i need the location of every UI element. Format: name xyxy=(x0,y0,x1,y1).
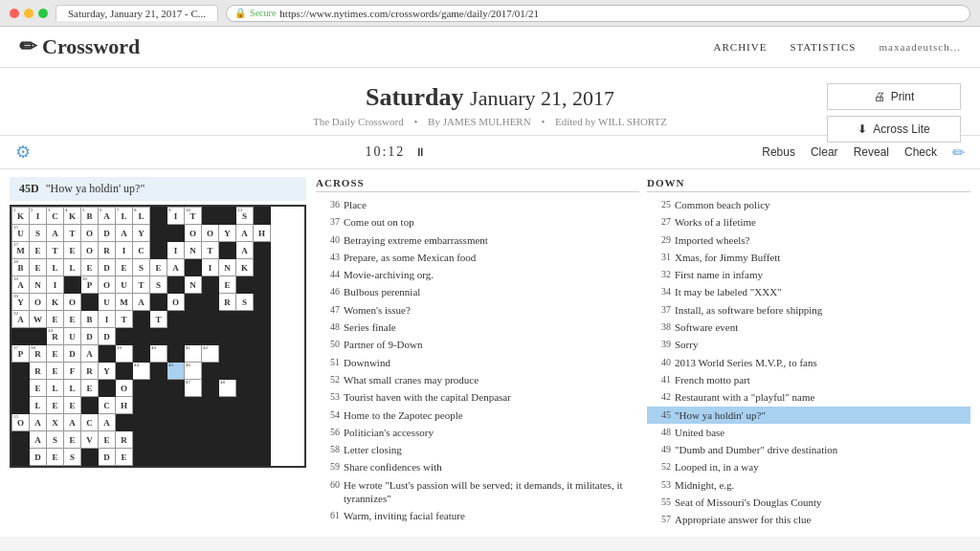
grid-cell[interactable]: E xyxy=(64,431,81,449)
grid-cell[interactable]: E xyxy=(219,276,236,294)
grid-cell[interactable] xyxy=(133,431,150,449)
grid-cell[interactable]: 7L xyxy=(116,208,133,225)
grid-cell[interactable] xyxy=(236,276,254,294)
grid-cell[interactable]: A xyxy=(81,345,99,363)
grid-cell[interactable] xyxy=(167,225,185,242)
grid-cell[interactable]: 38R xyxy=(30,345,47,363)
grid-cell[interactable]: D xyxy=(30,449,47,466)
grid-cell[interactable]: O xyxy=(116,380,133,397)
grid-cell[interactable] xyxy=(254,328,271,345)
grid-cell[interactable]: R xyxy=(81,363,99,380)
grid-cell[interactable] xyxy=(202,363,219,380)
clue-item[interactable]: 49"Dumb and Dumber" drive destination xyxy=(647,441,970,458)
statistics-link[interactable]: STATISTICS xyxy=(790,41,856,53)
grid-cell[interactable] xyxy=(167,380,185,397)
clue-item[interactable]: 55Seat of Missouri's Douglas County xyxy=(647,494,970,511)
grid-cell[interactable]: T xyxy=(202,242,219,259)
grid-cell[interactable] xyxy=(133,345,150,363)
grid-cell[interactable] xyxy=(150,363,167,380)
grid-cell[interactable] xyxy=(64,276,81,294)
grid-cell[interactable] xyxy=(219,431,236,449)
grid-cell[interactable]: 34R xyxy=(47,328,64,345)
clue-item[interactable]: 61Warm, inviting facial feature xyxy=(316,507,639,524)
check-button[interactable]: Check xyxy=(904,145,937,159)
grid-cell[interactable] xyxy=(150,397,167,414)
grid-cell[interactable] xyxy=(133,311,150,328)
grid-cell[interactable]: 32A xyxy=(12,311,30,328)
grid-cell[interactable] xyxy=(133,449,150,466)
clue-item[interactable]: 43Prepare, as some Mexican food xyxy=(316,249,639,266)
grid-cell[interactable]: 37P xyxy=(12,345,30,363)
grid-cell[interactable]: I xyxy=(47,276,64,294)
grid-cell[interactable] xyxy=(167,414,185,431)
grid-cell[interactable]: 20P xyxy=(81,276,99,294)
grid-cell[interactable] xyxy=(185,414,202,431)
grid-cell[interactable]: L xyxy=(47,380,64,397)
grid-cell[interactable]: 8L xyxy=(133,208,150,225)
clue-item[interactable]: 37Come out on top xyxy=(316,213,639,231)
grid-cell[interactable]: C xyxy=(81,414,99,431)
grid-cell[interactable] xyxy=(254,380,271,397)
grid-cell[interactable]: U xyxy=(64,328,81,345)
clue-item[interactable]: 58Letter closing xyxy=(316,441,639,458)
grid-cell[interactable]: W xyxy=(30,311,47,328)
grid-cell[interactable]: I xyxy=(116,242,133,259)
grid-cell[interactable] xyxy=(254,345,271,363)
grid-cell[interactable]: 40 xyxy=(150,345,167,363)
grid-cell[interactable]: T xyxy=(47,242,64,259)
grid-cell[interactable] xyxy=(185,294,202,311)
archive-link[interactable]: ARCHIVE xyxy=(714,41,768,53)
grid-cell[interactable] xyxy=(12,363,30,380)
grid-cell[interactable] xyxy=(185,449,202,466)
clue-item[interactable]: 59Share confidences with xyxy=(316,458,639,475)
grid-cell[interactable]: 9I xyxy=(167,208,185,225)
grid-cell[interactable]: V xyxy=(81,431,99,449)
grid-cell[interactable] xyxy=(185,328,202,345)
clue-item[interactable]: 31Xmas, for Jimmy Buffett xyxy=(647,249,970,266)
grid-cell[interactable]: N xyxy=(219,259,236,276)
grid-cell[interactable] xyxy=(236,328,254,345)
grid-cell[interactable]: 44 xyxy=(133,363,150,380)
grid-cell[interactable] xyxy=(236,311,254,328)
clue-item[interactable]: 44Movie-archiving org. xyxy=(316,266,639,283)
clue-item[interactable]: 25Common beach policy xyxy=(647,196,970,213)
grid-cell[interactable]: A xyxy=(64,414,81,431)
clue-item[interactable]: 36Place xyxy=(316,196,639,213)
grid-cell[interactable]: O xyxy=(202,225,219,242)
grid-cell[interactable]: O xyxy=(64,294,81,311)
grid-cell[interactable] xyxy=(116,414,133,431)
clue-item[interactable]: 47Women's issue? xyxy=(316,301,639,319)
clue-item[interactable]: 38Software event xyxy=(647,319,970,336)
grid-cell[interactable]: E xyxy=(150,259,167,276)
grid-cell[interactable]: A xyxy=(116,225,133,242)
grid-cell[interactable]: 45 xyxy=(167,363,185,380)
grid-cell[interactable]: R xyxy=(99,242,116,259)
grid-cell[interactable]: E xyxy=(81,380,99,397)
grid-cell[interactable] xyxy=(116,328,133,345)
grid-cell[interactable]: E xyxy=(47,311,64,328)
clue-item[interactable]: 29Imported wheels? xyxy=(647,231,970,249)
grid-cell[interactable] xyxy=(12,328,30,345)
clue-item[interactable]: 48United base xyxy=(647,424,970,441)
grid-cell[interactable]: 42 xyxy=(202,345,219,363)
grid-cell[interactable] xyxy=(116,363,133,380)
grid-cell[interactable] xyxy=(219,208,236,225)
grid-cell[interactable]: L xyxy=(30,397,47,414)
grid-cell[interactable]: C xyxy=(133,242,150,259)
clue-item[interactable]: 45"How ya holdin' up?" xyxy=(647,407,970,424)
grid-cell[interactable]: O xyxy=(81,225,99,242)
grid-cell[interactable]: 17M xyxy=(12,242,30,259)
grid-cell[interactable] xyxy=(12,397,30,414)
grid-cell[interactable] xyxy=(185,311,202,328)
clue-item[interactable]: 39Sorry xyxy=(647,336,970,353)
grid-cell[interactable]: U xyxy=(116,276,133,294)
grid-cell[interactable] xyxy=(30,328,47,345)
grid-cell[interactable]: L xyxy=(47,259,64,276)
grid-cell[interactable]: M xyxy=(116,294,133,311)
reveal-button[interactable]: Reveal xyxy=(854,145,889,159)
grid-cell[interactable]: L xyxy=(64,380,81,397)
grid-cell[interactable]: C xyxy=(99,397,116,414)
grid-cell[interactable]: Y xyxy=(219,225,236,242)
grid-cell[interactable]: 5B xyxy=(81,208,99,225)
clue-item[interactable]: 46Bulbous perennial xyxy=(316,283,639,300)
